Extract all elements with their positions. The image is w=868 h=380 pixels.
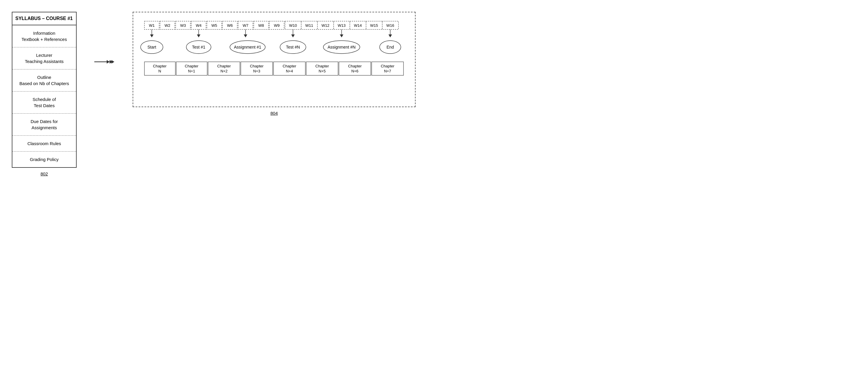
svg-marker-3 [112, 60, 114, 64]
svg-text:W4: W4 [196, 23, 202, 28]
svg-text:Chapter: Chapter [283, 64, 297, 68]
svg-text:Chapter: Chapter [315, 64, 329, 68]
svg-text:W6: W6 [227, 23, 233, 28]
svg-text:W10: W10 [289, 23, 297, 28]
svg-text:W5: W5 [211, 23, 217, 28]
svg-text:Assignment #1: Assignment #1 [234, 45, 261, 49]
svg-text:N+3: N+3 [253, 69, 260, 73]
arrow-svg [94, 59, 115, 65]
svg-text:Assignment #N: Assignment #N [328, 45, 356, 49]
syllabus-item-0: InformationTextbook + References [12, 25, 76, 47]
svg-text:N+1: N+1 [188, 69, 195, 73]
svg-text:W16: W16 [386, 23, 394, 28]
syllabus-ref: 802 [40, 171, 48, 176]
svg-text:Test #1: Test #1 [192, 45, 205, 49]
syllabus-box: SYLLABUS – COURSE #1 InformationTextbook… [12, 12, 76, 168]
svg-text:W11: W11 [305, 23, 313, 28]
svg-text:W15: W15 [370, 23, 378, 28]
svg-text:Chapter: Chapter [381, 64, 395, 68]
svg-text:N: N [158, 69, 161, 73]
svg-text:Chapter: Chapter [250, 64, 264, 68]
svg-marker-41 [244, 34, 247, 37]
syllabus-item-2: OutlineBased on Nb of Chapters [12, 69, 76, 92]
syllabus-item-label-4: Due Dates forAssignments [31, 119, 58, 130]
svg-text:W7: W7 [243, 23, 248, 28]
svg-text:Chapter: Chapter [348, 64, 362, 68]
svg-text:W13: W13 [338, 23, 346, 28]
svg-text:W14: W14 [354, 23, 362, 28]
diagram-svg: W1 W2 W3 W4 W5 W6 W7 W8 W9 W10 [138, 18, 410, 101]
svg-text:N+4: N+4 [286, 69, 293, 73]
syllabus-item-label-6: Grading Policy [30, 157, 59, 162]
syllabus-item-4: Due Dates forAssignments [12, 114, 76, 136]
syllabus-item-label-2: OutlineBased on Nb of Chapters [20, 75, 69, 86]
svg-marker-37 [150, 34, 154, 37]
syllabus-item-6: Grading Policy [12, 151, 76, 167]
svg-text:W1: W1 [149, 23, 155, 28]
syllabus-item-5: Classroom Rules [12, 136, 76, 151]
syllabus-item-label-5: Classroom Rules [27, 141, 61, 146]
svg-text:W8: W8 [258, 23, 264, 28]
diagram-area: W1 W2 W3 W4 W5 W6 W7 W8 W9 W10 [133, 12, 415, 116]
svg-text:Chapter: Chapter [185, 64, 199, 68]
svg-text:W3: W3 [180, 23, 186, 28]
svg-text:N+2: N+2 [220, 69, 227, 73]
svg-marker-45 [340, 34, 343, 37]
svg-marker-39 [197, 34, 200, 37]
svg-text:N+5: N+5 [319, 69, 326, 73]
syllabus-item-label-0: InformationTextbook + References [22, 31, 67, 42]
svg-text:Chapter: Chapter [153, 64, 167, 68]
svg-text:Test #N: Test #N [286, 45, 300, 49]
diagram-ref: 804 [270, 111, 278, 116]
svg-marker-1 [107, 60, 110, 64]
svg-text:N+7: N+7 [384, 69, 391, 73]
syllabus-to-diagram-arrow [94, 59, 115, 65]
svg-marker-47 [389, 34, 392, 37]
svg-text:Start: Start [147, 45, 156, 49]
main-layout: SYLLABUS – COURSE #1 InformationTextbook… [12, 12, 856, 176]
svg-text:End: End [387, 45, 394, 49]
svg-text:Chapter: Chapter [217, 64, 231, 68]
svg-text:W2: W2 [164, 23, 170, 28]
syllabus-item-1: LecturerTeaching Assistants [12, 47, 76, 69]
syllabus-item-label-1: LecturerTeaching Assistants [25, 53, 64, 64]
syllabus-item-3: Schedule ofTest Dates [12, 92, 76, 114]
svg-marker-43 [291, 34, 295, 37]
svg-text:W9: W9 [274, 23, 280, 28]
syllabus-title: SYLLABUS – COURSE #1 [12, 12, 76, 25]
svg-text:W12: W12 [321, 23, 330, 28]
svg-text:N+6: N+6 [351, 69, 359, 73]
syllabus-item-label-3: Schedule ofTest Dates [32, 97, 56, 108]
diagram-box: W1 W2 W3 W4 W5 W6 W7 W8 W9 W10 [133, 12, 415, 107]
